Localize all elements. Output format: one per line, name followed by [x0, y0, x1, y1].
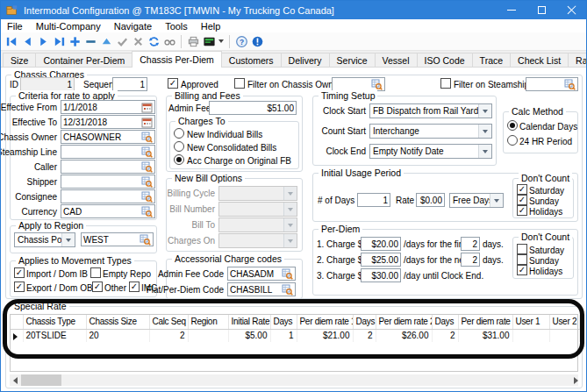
count-start-dropdown[interactable]: Interchange [369, 124, 492, 139]
lookup-icon[interactable] [141, 191, 153, 203]
clock-start-dropdown[interactable]: FB Dispatch from Rail Yard [369, 103, 492, 118]
lookup-icon[interactable] [141, 146, 153, 158]
region-field[interactable]: WEST [81, 232, 154, 246]
shipper-field[interactable] [61, 175, 155, 189]
lookup-icon[interactable] [141, 161, 153, 173]
lookup-icon[interactable] [371, 79, 383, 90]
lookup-icon[interactable] [140, 234, 151, 246]
initial-sunday-checkbox[interactable] [517, 195, 527, 205]
insert-record-button[interactable] [67, 33, 82, 49]
delete-record-button[interactable] [82, 33, 98, 49]
chevron-down-icon[interactable] [478, 125, 491, 138]
cell-initial-rate[interactable]: $5.00 [228, 329, 270, 342]
filter-chassis-owner-checkbox[interactable] [234, 78, 245, 89]
next-record-button[interactable] [35, 33, 51, 49]
initial-usage-type-dropdown[interactable]: Free Days [449, 193, 504, 208]
tab-iso-code[interactable]: ISO Code [417, 53, 473, 67]
col-chassis-type[interactable]: Chassis Type [23, 315, 86, 329]
col-calc-seq[interactable]: Calc Seq [149, 315, 188, 329]
scroll-left-button[interactable] [10, 374, 21, 386]
grid-header-row[interactable]: Chassis Type Chassis Size Calc Seq Regio… [11, 315, 579, 329]
per-diem-days2-field[interactable]: 2 [461, 253, 480, 267]
other-checkbox[interactable] [92, 282, 103, 292]
prior-record-button[interactable] [19, 33, 35, 49]
chevron-down-icon[interactable] [490, 194, 503, 207]
cell-per-diem-rate-1[interactable]: $21.00 [297, 329, 353, 342]
scrollbar-thumb[interactable] [21, 374, 61, 386]
admin-fee-code-field[interactable]: CHASADM [227, 267, 296, 281]
post-edit-button[interactable] [114, 33, 130, 49]
menu-multi-company[interactable]: Multi-Company [36, 21, 101, 32]
filter-chassis-owner-field[interactable] [332, 77, 385, 91]
cell-per-diem-rate-3[interactable]: $31.00 [458, 329, 512, 342]
minimize-button[interactable] [497, 1, 526, 19]
initial-holidays-checkbox[interactable] [517, 205, 527, 216]
filter-steamship-field[interactable] [526, 77, 578, 91]
admin-fee-field[interactable]: $51.00 [209, 101, 297, 115]
consignee-field[interactable] [61, 189, 155, 203]
acc-charge-original-fb-radio[interactable] [174, 154, 184, 165]
date-picker-icon[interactable] [141, 117, 153, 128]
lookup-icon[interactable] [282, 268, 293, 280]
tab-chassis-per-diem[interactable]: Chassis Per-Diem [132, 51, 222, 68]
region-type-dropdown[interactable]: Chassis Pool [14, 232, 75, 247]
cell-days-1[interactable]: 1 [270, 329, 297, 342]
import-dom-ib-checkbox[interactable] [14, 267, 25, 278]
lookup-icon[interactable] [564, 79, 576, 90]
tab-check-list[interactable]: Check List [510, 53, 569, 67]
horizontal-scrollbar[interactable] [10, 374, 578, 386]
approved-checkbox[interactable] [168, 78, 178, 89]
last-record-button[interactable] [51, 33, 67, 49]
cell-user-1[interactable] [512, 329, 549, 342]
chevron-down-icon[interactable] [478, 104, 491, 118]
cancel-edit-button[interactable] [130, 33, 146, 49]
menu-help[interactable]: Help [201, 21, 221, 32]
sequence-field[interactable]: 1 [112, 77, 147, 91]
lookup-icon[interactable] [282, 284, 293, 296]
steamship-line-field[interactable] [61, 145, 155, 159]
tab-size[interactable]: Size [3, 53, 36, 67]
col-user-1[interactable]: User 1 [512, 315, 549, 329]
currency-field[interactable]: CAD [61, 204, 155, 218]
imc-checkbox[interactable] [129, 282, 140, 292]
perdiem-sunday-checkbox[interactable] [517, 254, 527, 265]
tab-container-per-diem[interactable]: Container Per-Diem [35, 53, 132, 67]
grid-data-row[interactable]: 20TSLIDE 20 2 $5.00 1 $21.00 2 $26.00 2 … [11, 329, 579, 342]
rate-field[interactable]: $0.00 [416, 193, 445, 207]
chevron-down-icon[interactable] [61, 233, 75, 246]
new-consolidated-bills-radio[interactable] [174, 141, 184, 152]
scroll-right-button[interactable] [567, 374, 578, 386]
sort-ascending-button[interactable] [98, 33, 114, 49]
24hr-period-radio[interactable] [507, 135, 518, 146]
col-per-diem-rate-1[interactable]: Per diem rate 1 [297, 315, 353, 329]
per-diem-days1-field[interactable]: 2 [461, 237, 480, 251]
lookup-icon[interactable] [141, 206, 153, 217]
view-button[interactable] [161, 33, 177, 49]
col-per-diem-rate-2[interactable]: Per diem rate 2 [376, 315, 432, 329]
tab-vessel[interactable]: Vessel [375, 53, 418, 67]
calendar-days-radio[interactable] [507, 120, 518, 131]
cell-chassis-size[interactable]: 20 [86, 329, 149, 342]
caller-field[interactable] [61, 160, 155, 174]
lookup-icon[interactable] [141, 132, 153, 143]
cell-chassis-type[interactable]: 20TSLIDE [23, 329, 86, 342]
flat-perdiem-code-field[interactable]: CHASBILL [227, 282, 296, 296]
chevron-down-icon[interactable] [478, 145, 491, 158]
perdiem-saturday-checkbox[interactable] [517, 244, 527, 254]
cell-days-3[interactable]: 2 [432, 329, 458, 342]
tab-customers[interactable]: Customers [221, 53, 282, 67]
date-picker-icon[interactable] [141, 102, 153, 113]
about-button[interactable] [249, 33, 265, 49]
export-dom-ob-checkbox[interactable] [14, 282, 25, 292]
maximize-button[interactable] [526, 1, 556, 19]
tab-delivery[interactable]: Delivery [281, 53, 330, 67]
special-rate-grid[interactable]: Chassis Type Chassis Size Calc Seq Regio… [10, 314, 578, 372]
per-diem-rate3-field[interactable]: $30.00 [361, 268, 401, 282]
help-button[interactable]: ? [233, 33, 249, 49]
col-days-1[interactable]: Days [270, 315, 297, 329]
tab-service[interactable]: Service [329, 53, 376, 67]
cell-calc-seq[interactable]: 2 [149, 329, 188, 342]
cell-region[interactable] [188, 329, 228, 342]
effective-from-field[interactable]: 1/1/2018 [61, 100, 155, 114]
col-days-2[interactable]: Days [353, 315, 376, 329]
